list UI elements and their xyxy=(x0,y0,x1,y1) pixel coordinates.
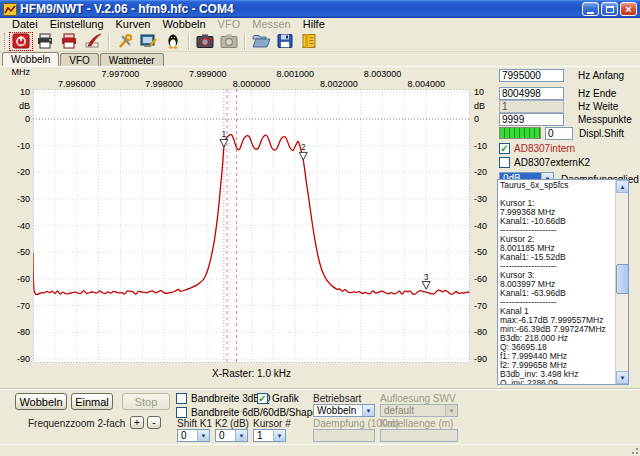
chevron-down-icon: ▼ xyxy=(235,430,247,441)
wobbeln-button[interactable]: Wobbeln xyxy=(15,393,67,410)
list-line: -------------------- xyxy=(500,226,614,235)
menu-datei[interactable]: Datei xyxy=(6,18,44,30)
folder-open-icon xyxy=(251,33,271,49)
right-axis-label: -90 xyxy=(474,354,487,364)
bandbreite-6db-checkbox[interactable]: Bandbreite 6dB/60dB/Shape xyxy=(176,407,318,418)
toolbar xyxy=(0,31,640,52)
svg-text:3: 3 xyxy=(424,272,429,282)
hz-weite-input xyxy=(499,100,564,113)
plot-svg[interactable]: 123 xyxy=(33,89,470,363)
zoom-in-button[interactable]: + xyxy=(130,416,144,429)
right-axis-label: 0 xyxy=(474,114,479,124)
minimize-icon xyxy=(587,12,594,14)
kursor-select[interactable]: 1 ▼ xyxy=(253,429,286,442)
x-raster-label: X-Raster: 1.0 kHz xyxy=(33,368,470,379)
list-line: Kursor 1: xyxy=(500,199,614,208)
list-line: f2: 7.999658 MHz xyxy=(500,361,614,370)
left-axis-label: -30 xyxy=(1,194,30,204)
left-axis-label: dB xyxy=(1,101,30,111)
kabellaenge-label: Kabellaenge (m) xyxy=(380,418,453,429)
list-line: B3db_inv: 3.498 kHz xyxy=(500,370,614,379)
checkbox-box xyxy=(257,393,268,404)
menu-messen: Messen xyxy=(246,18,297,30)
svg-text:1: 1 xyxy=(222,129,227,139)
ad8307externk2-checkbox[interactable]: AD8307externK2 xyxy=(499,157,590,168)
cursor-info-lines: Taurus_6x_sp5fcsKursor 1:7.999368 MHzKan… xyxy=(500,181,614,385)
folder-open-button[interactable] xyxy=(249,32,273,51)
x-tick-label: 8.000000 xyxy=(233,79,271,89)
screen-edit-button[interactable] xyxy=(137,32,161,51)
chevron-down-icon: ▼ xyxy=(445,405,457,416)
ad8307externk2-label: AD8307externK2 xyxy=(514,157,590,168)
print-red-button[interactable] xyxy=(57,32,81,51)
hz-ende-label: Hz Ende xyxy=(578,88,616,99)
chevron-down-icon: ▼ xyxy=(197,430,209,441)
listbox-scrollbar[interactable]: ▲ ▼ xyxy=(615,180,628,384)
scroll-up-icon[interactable]: ▲ xyxy=(616,180,629,193)
k2-select[interactable]: 0 ▼ xyxy=(215,429,248,442)
titlebar[interactable]: HFM9/NWT - V.2.06 - hfm9.hfc - COM4 × xyxy=(0,0,640,18)
menu-einstellung[interactable]: Einstellung xyxy=(44,18,110,30)
daempfung-input xyxy=(313,429,375,442)
toolbar-separator xyxy=(244,33,246,50)
cursor-info-listbox[interactable]: Taurus_6x_sp5fcsKursor 1:7.999368 MHzKan… xyxy=(497,179,629,385)
toolbar-gripper[interactable] xyxy=(4,33,7,49)
tab-vfo[interactable]: VFO xyxy=(60,53,99,66)
screenshot-color-button[interactable] xyxy=(193,32,217,51)
einmal-button[interactable]: Einmal xyxy=(71,393,113,410)
tab-wattmeter[interactable]: Wattmeter xyxy=(100,53,164,66)
list-line: Kursor 2: xyxy=(500,235,614,244)
close-button[interactable]: × xyxy=(620,2,637,16)
right-axis-label: -80 xyxy=(474,327,487,337)
hz-anfang-input[interactable] xyxy=(499,69,564,82)
zoom-out-button[interactable]: - xyxy=(147,416,161,429)
notes-button[interactable] xyxy=(297,32,321,51)
menu-hilfe[interactable]: Hilfe xyxy=(297,18,331,30)
hz-anfang-label: Hz Anfang xyxy=(578,70,624,81)
list-line: Kursor 3: xyxy=(500,271,614,280)
ad8307intern-checkbox[interactable]: AD8307intern xyxy=(499,143,575,154)
tools-button[interactable] xyxy=(113,32,137,51)
messpunkte-input[interactable] xyxy=(499,113,564,126)
shift-k1-select[interactable]: 0 ▼ xyxy=(177,429,210,442)
power-button[interactable] xyxy=(9,32,33,51)
grafik-checkbox[interactable]: Grafik xyxy=(257,393,299,404)
sweep-progressbar xyxy=(499,127,541,139)
list-line: 8.003997 MHz xyxy=(500,280,614,289)
menubar: Datei Einstellung Kurven Wobbeln VFO Mes… xyxy=(0,18,640,31)
plot-area[interactable]: 7.9960007.9970007.9980007.9990008.000000… xyxy=(0,67,496,389)
hz-ende-input[interactable] xyxy=(499,87,564,100)
maximize-button[interactable] xyxy=(601,2,618,16)
stop-button[interactable]: Stop xyxy=(122,393,170,410)
left-axis-label: -40 xyxy=(1,221,30,231)
tools-icon xyxy=(115,33,135,49)
scrollbar-thumb[interactable] xyxy=(616,264,629,294)
screenshot-gray-button[interactable] xyxy=(217,32,241,51)
right-axis-label: -20 xyxy=(474,167,487,177)
edit-quill-button[interactable] xyxy=(81,32,105,51)
sweep-settings-panel: Hz Anfang Hz Ende Hz Weite Messpunkte Di… xyxy=(496,67,640,389)
resize-grip[interactable] xyxy=(629,445,639,455)
main-area: 7.9960007.9970007.9980007.9990008.000000… xyxy=(0,66,640,388)
grafik-label: Grafik xyxy=(272,393,299,404)
right-axis-label: dB xyxy=(474,101,485,111)
list-line: Q: 36695.18 xyxy=(500,343,614,352)
menu-kurven[interactable]: Kurven xyxy=(110,18,157,30)
penguin-button[interactable] xyxy=(161,32,185,51)
right-axis-label: -70 xyxy=(474,301,487,311)
scroll-down-icon[interactable]: ▼ xyxy=(616,371,629,384)
save-button[interactable] xyxy=(273,32,297,51)
bandbreite-6db-label: Bandbreite 6dB/60dB/Shape xyxy=(191,407,318,418)
x-tick-label: 7.999000 xyxy=(189,69,227,79)
penguin-icon xyxy=(163,33,183,49)
displ-shift-input[interactable] xyxy=(545,127,573,140)
right-axis-label: -30 xyxy=(474,194,487,204)
x-tick-label: 8.001000 xyxy=(276,69,314,79)
minimize-button[interactable] xyxy=(582,2,599,16)
betriebsart-select[interactable]: Wobbeln ▼ xyxy=(313,404,375,417)
checkbox-box xyxy=(499,143,510,154)
menu-wobbeln[interactable]: Wobbeln xyxy=(156,18,211,30)
list-line: Taurus_6x_sp5fcs xyxy=(500,181,614,190)
print-button[interactable] xyxy=(33,32,57,51)
tab-wobbeln[interactable]: Wobbeln xyxy=(2,52,59,66)
